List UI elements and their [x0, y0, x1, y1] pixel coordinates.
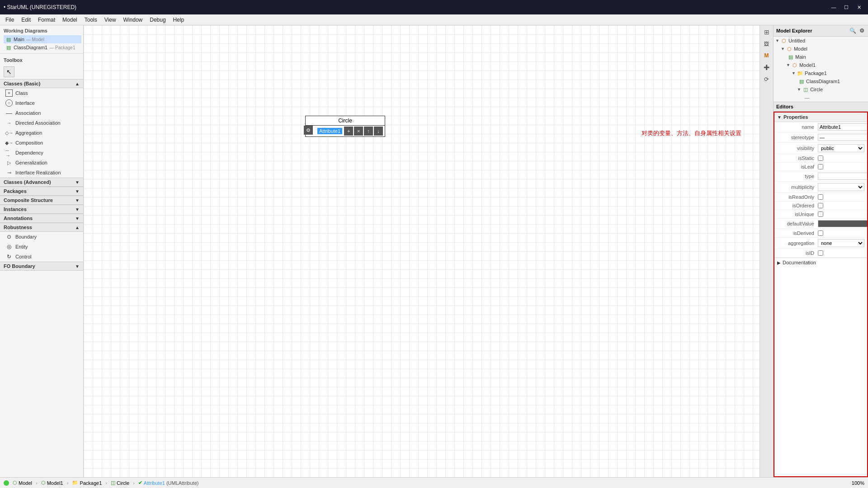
attr-down-button[interactable]: ↓	[374, 127, 383, 136]
properties-header[interactable]: ▼ Properties	[774, 113, 867, 122]
menu-debug[interactable]: Debug	[146, 16, 169, 24]
tool-generalization[interactable]: ▷ Generalization	[0, 158, 83, 168]
menu-window[interactable]: Window	[120, 16, 146, 24]
attribute-name-selected[interactable]: Attribute1	[317, 128, 342, 134]
tree-circle[interactable]: ▼ ◫ Circle	[774, 85, 868, 94]
section-fo-boundary-arrow: ▼	[75, 264, 80, 269]
close-button[interactable]: ✕	[854, 3, 864, 12]
prop-isreadonly-checkbox[interactable]	[818, 194, 823, 200]
section-annotations[interactable]: Annotations ▼	[0, 214, 83, 223]
tool-composition[interactable]: ◆→ Composition	[0, 138, 83, 148]
tree-icon-circle: ◫	[802, 86, 809, 93]
attr-add-button[interactable]: +	[344, 127, 353, 136]
prop-isid-checkbox[interactable]	[818, 250, 823, 256]
tree-package1[interactable]: ▼ 📁 Package1	[774, 69, 868, 77]
tree-model1[interactable]: ▼ ⬡ Model1	[774, 61, 868, 69]
prop-aggregation-select[interactable]: nonesharedcomposite	[818, 239, 864, 247]
documentation-title: Documentation	[783, 260, 816, 265]
prop-isid-label: isID	[777, 250, 818, 256]
uml-class-circle[interactable]: Circle ⚙ Attribute1 + × ↑ ↓	[305, 116, 385, 137]
maximize-button[interactable]: ☐	[841, 3, 852, 12]
rt-icon-share[interactable]: ⟳	[762, 74, 772, 84]
tree-label-model: Model	[794, 46, 807, 52]
section-classes-basic[interactable]: Classes (Basic) ▲	[0, 79, 83, 88]
prop-isordered-label: isOrdered	[777, 203, 818, 208]
section-instances[interactable]: Instances ▼	[0, 205, 83, 214]
prop-stereotype-input[interactable]	[818, 134, 868, 141]
me-settings-icon[interactable]: ⚙	[858, 27, 865, 34]
tool-association[interactable]: — Association	[0, 108, 83, 118]
tree-model[interactable]: ▼ ⬡ Model	[774, 45, 868, 53]
tool-dependency[interactable]: --→ Dependency	[0, 148, 83, 158]
diagram-main[interactable]: ▤ Main — Model	[4, 35, 81, 43]
status-package1[interactable]: 📁 Package1	[70, 480, 104, 486]
prop-isunique-checkbox[interactable]	[818, 211, 823, 217]
rt-icon-plus[interactable]: ✚	[762, 62, 772, 72]
section-annotations-arrow: ▼	[75, 216, 80, 221]
prop-name-input[interactable]	[818, 123, 868, 131]
section-packages[interactable]: Packages ▼	[0, 187, 83, 196]
rt-icon-m[interactable]: M	[762, 51, 772, 61]
tool-directed-association[interactable]: → Directed Association	[0, 118, 83, 128]
tree-main[interactable]: ▤ Main	[774, 53, 868, 61]
tree-classdiagram1[interactable]: ▤ ClassDiagram1	[774, 77, 868, 85]
prop-isstatic-row: isStatic	[774, 154, 867, 163]
prop-isordered-checkbox[interactable]	[818, 203, 823, 208]
menu-file[interactable]: File	[2, 16, 18, 24]
tree-untitled[interactable]: ▼ ⬡ Untitled	[774, 37, 868, 45]
prop-multiplicity-select[interactable]: 10..10..*1..*	[818, 183, 864, 191]
section-composite-structure[interactable]: Composite Structure ▼	[0, 196, 83, 205]
menu-model[interactable]: Model	[59, 16, 81, 24]
section-composite-structure-arrow: ▼	[75, 198, 80, 203]
section-classes-advanced[interactable]: Classes (Advanced) ▼	[0, 178, 83, 187]
diagram-classdiagram1[interactable]: ▤ ClassDiagram1 — Package1	[4, 43, 81, 52]
rt-icon-image[interactable]: 🖼	[762, 39, 772, 49]
status-circle[interactable]: ◫ Circle	[109, 480, 131, 486]
prop-isderived-checkbox[interactable]	[818, 230, 823, 236]
tree-attribute1[interactable]: —	[774, 94, 868, 102]
tree-icon-main: ▤	[788, 54, 794, 60]
menu-tools[interactable]: Tools	[81, 16, 101, 24]
tool-interface[interactable]: ○ Interface	[0, 98, 83, 108]
cursor-tool: ↖	[0, 65, 83, 79]
documentation-header[interactable]: ▶ Documentation	[774, 258, 867, 267]
tool-generalization-label: Generalization	[15, 160, 47, 165]
right-panel: Model Explorer 🔍 ⚙ ▼ ⬡ Untitled ▼ ⬡ Mode…	[773, 25, 868, 477]
tool-interface-label: Interface	[15, 100, 35, 106]
status-attribute1[interactable]: ✔ Attribute1 (UMLAttribute)	[137, 480, 201, 486]
attr-settings-button[interactable]: ⚙	[304, 126, 313, 135]
tool-boundary[interactable]: ⊙ Boundary	[0, 232, 83, 242]
me-search-icon[interactable]: 🔍	[849, 27, 856, 34]
prop-isstatic-checkbox[interactable]	[818, 155, 823, 161]
attr-delete-button[interactable]: ×	[354, 127, 363, 136]
menu-format[interactable]: Format	[34, 16, 59, 24]
class-icon: ≡	[5, 89, 13, 97]
section-fo-boundary[interactable]: FO Boundary ▼	[0, 262, 83, 271]
menu-help[interactable]: Help	[170, 16, 188, 24]
tool-aggregation[interactable]: ◇→ Aggregation	[0, 128, 83, 138]
left-panel: Working Diagrams ▤ Main — Model ▤ ClassD…	[0, 25, 84, 477]
prop-defaultvalue-input[interactable]	[818, 220, 868, 227]
tool-interface-realization[interactable]: ⊸ Interface Realization	[0, 168, 83, 178]
prop-stereotype-label: stereotype	[777, 135, 818, 140]
section-robustness[interactable]: Robustness ▲	[0, 223, 83, 232]
status-sep-3: ›	[105, 480, 107, 486]
rt-icon-grid[interactable]: ⊞	[762, 27, 772, 37]
cursor-button[interactable]: ↖	[4, 66, 14, 77]
tool-entity[interactable]: ◎ Entity	[0, 242, 83, 252]
minimize-button[interactable]: —	[828, 3, 839, 12]
tool-class[interactable]: ≡ Class	[0, 88, 83, 98]
prop-visibility-select[interactable]: publicprivateprotectedpackage	[818, 144, 864, 152]
prop-type-input[interactable]	[818, 173, 868, 180]
attr-up-button[interactable]: ↑	[364, 127, 373, 136]
menu-view[interactable]: View	[101, 16, 120, 24]
menubar: File Edit Format Model Tools View Window…	[0, 14, 868, 25]
status-attribute1-icon: ✔	[138, 480, 142, 486]
title-text: • StarUML (UNREGISTERED)	[4, 4, 76, 10]
menu-edit[interactable]: Edit	[18, 16, 34, 24]
prop-isleaf-checkbox[interactable]	[818, 164, 823, 169]
status-model[interactable]: ⬡ Model	[11, 480, 34, 486]
canvas-area[interactable]: Circle ⚙ Attribute1 + × ↑ ↓ 对类的变量、方法、自身属…	[84, 25, 760, 477]
status-model1[interactable]: ⬡ Model1	[39, 480, 65, 486]
tool-control[interactable]: ↻ Control	[0, 252, 83, 262]
